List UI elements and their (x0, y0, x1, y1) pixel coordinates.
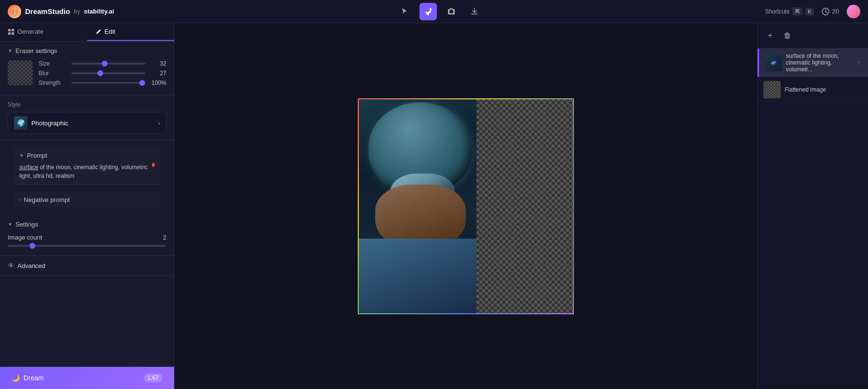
shortcut-key-cmd: ⌘ (792, 7, 802, 15)
layer-1-thumbnail: 🌌 (765, 54, 782, 71)
prompt-container: ▼ Prompt surface of the moon, cinematic … (0, 140, 174, 192)
prompt-underline-word: surface (19, 164, 38, 171)
image-count-value: 2 (163, 234, 166, 241)
layer-item-flattened[interactable]: Flattened image (758, 77, 868, 103)
user-avatar[interactable] (847, 5, 860, 18)
layer-2-name: Flattened image (785, 86, 826, 93)
settings-section: ▼ Settings Image count 2 (0, 215, 174, 256)
strength-label: Strength (39, 80, 68, 86)
topbar-left: 🎨 DreamStudio by stability.ai (8, 5, 114, 18)
credits-count: 20 (832, 8, 839, 15)
eraser-settings-header[interactable]: ▼ Eraser settings (8, 47, 166, 54)
strength-slider-row: Strength 100% (39, 80, 166, 86)
style-chevron-icon: › (158, 120, 160, 127)
style-selector[interactable]: 🌍 Photographic › (8, 112, 166, 134)
layer-2-thumbnail (763, 81, 781, 98)
blur-slider[interactable] (71, 72, 145, 74)
credits-display: 20 (822, 8, 839, 15)
eraser-sliders: Size 32 Blur 27 Strength 100% (39, 60, 166, 89)
mode-tabs: Generate Edit (0, 23, 174, 41)
prompt-title: Prompt (27, 152, 47, 159)
prompt-chevron-icon: ▼ (19, 153, 24, 158)
eraser-controls-row: Size 32 Blur 27 Strength 100% (8, 60, 166, 89)
blur-value: 27 (149, 70, 166, 77)
layer-2-thumb-checker (763, 81, 781, 98)
advanced-label: Advanced (17, 262, 45, 269)
size-slider-row: Size 32 (39, 60, 166, 67)
canvas-container[interactable] (358, 98, 574, 314)
eraser-settings-section: ▼ Eraser settings Size 32 Blur (0, 41, 174, 95)
cursor-tool-button[interactable] (396, 3, 414, 20)
right-panel-header: + 🗑 (758, 23, 868, 49)
dream-button[interactable]: 🌙 Dream 1.67 (0, 367, 174, 389)
eye-icon: 👁 (8, 262, 14, 269)
layer-1-upload-button[interactable]: ↑ (855, 56, 862, 69)
strength-slider[interactable] (71, 82, 145, 84)
blur-slider-row: Blur 27 (39, 70, 166, 77)
eraser-chevron-icon: ▼ (8, 48, 13, 54)
image-count-label: Image count (8, 234, 42, 241)
settings-title: Settings (15, 221, 38, 228)
shortcuts-button[interactable]: Shortcuts ⌘ K (765, 7, 814, 15)
delete-layer-button[interactable]: 🗑 (781, 29, 794, 42)
style-section: Style 🌍 Photographic › (0, 95, 174, 140)
dream-left: 🌙 Dream (12, 374, 44, 382)
tab-generate[interactable]: Generate (0, 23, 87, 41)
left-panel: Generate Edit ▼ Eraser settings Size (0, 23, 175, 389)
topbar-right: Shortcuts ⌘ K 20 (765, 5, 860, 18)
size-label: Size (39, 60, 68, 67)
size-value: 32 (149, 60, 166, 67)
add-layer-button[interactable]: + (763, 29, 777, 42)
shortcuts-label: Shortcuts (765, 8, 789, 15)
main-layout: Generate Edit ▼ Eraser settings Size (0, 23, 868, 389)
canvas-area (175, 23, 757, 389)
image-count-slider[interactable] (8, 245, 166, 247)
negative-prompt-container: › Negative prompt (0, 192, 174, 215)
eraser-settings-title: Eraser settings (15, 47, 57, 54)
shortcut-key-k: K (805, 8, 814, 15)
app-name: DreamStudio (25, 7, 70, 15)
canvas-image (358, 98, 574, 314)
prompt-section: ▼ Prompt surface of the moon, cinematic … (14, 148, 161, 185)
image-count-slider-row (8, 245, 166, 247)
dream-cost: 1.67 (144, 374, 163, 382)
camera-tool-button[interactable] (443, 3, 460, 20)
layer-1-name: surface of the moon, cinematic lighting,… (786, 53, 852, 73)
svg-rect-2 (12, 29, 14, 31)
paint-tool-button[interactable] (420, 3, 437, 20)
layer-item-generated[interactable]: 🌌 surface of the moon, cinematic lightin… (758, 49, 868, 77)
company-name: stability.ai (84, 8, 114, 15)
dream-label: Dream (24, 374, 44, 382)
moon-icon: 🌙 (12, 374, 20, 382)
tab-edit[interactable]: Edit (87, 23, 175, 41)
negative-prompt-label: Negative prompt (24, 196, 69, 203)
svg-rect-3 (8, 32, 11, 35)
style-label-row: Style (8, 101, 166, 108)
blur-label: Blur (39, 70, 68, 77)
svg-rect-1 (8, 29, 11, 31)
settings-header[interactable]: ▼ Settings (8, 221, 166, 228)
settings-chevron-icon: ▼ (8, 222, 13, 227)
negative-prompt-section[interactable]: › Negative prompt (14, 192, 161, 207)
style-label: Style (8, 101, 21, 108)
image-count-row: Image count 2 (8, 234, 166, 241)
app-logo: 🎨 (8, 5, 21, 18)
topbar: 🎨 DreamStudio by stability.ai Shortcuts … (0, 0, 868, 23)
by-text: by (74, 8, 80, 15)
style-left: 🌍 Photographic (14, 116, 68, 130)
style-thumbnail: 🌍 (14, 116, 27, 130)
layer-1-thumb-img: 🌌 (765, 54, 782, 71)
advanced-section[interactable]: 👁 Advanced (0, 256, 174, 276)
right-panel: + 🗑 🌌 surface of the moon, cinematic lig… (757, 23, 868, 389)
eraser-preview (8, 60, 33, 85)
neg-prompt-chevron-icon: › (19, 197, 21, 202)
astronaut-suit (358, 239, 476, 314)
strength-value: 100% (149, 80, 166, 86)
size-slider[interactable] (71, 63, 145, 65)
style-name: Photographic (31, 120, 68, 127)
download-button[interactable] (466, 3, 483, 20)
svg-rect-4 (12, 32, 14, 35)
prompt-header[interactable]: ▼ Prompt (19, 152, 155, 159)
prompt-record-indicator (152, 163, 155, 167)
prompt-text: surface of the moon, cinematic lighting,… (19, 163, 150, 180)
